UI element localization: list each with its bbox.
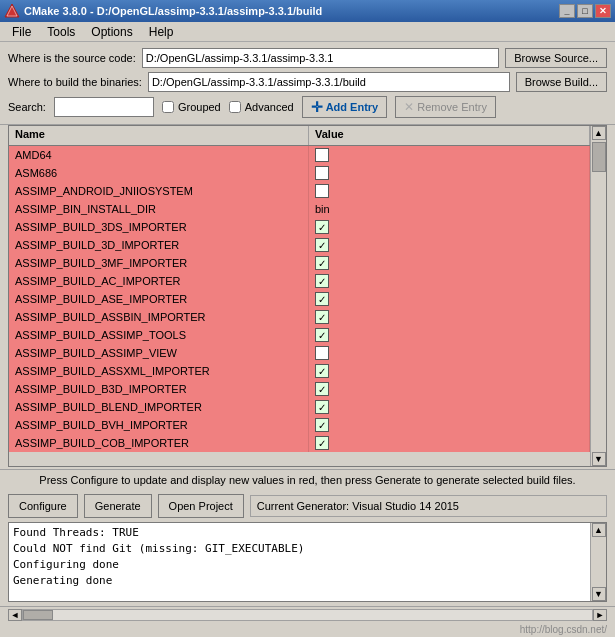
table-checkbox[interactable]: ✓ <box>315 328 329 342</box>
table-section: Name Value AMD64ASM686ASSIMP_ANDROID_JNI… <box>0 125 615 467</box>
table-with-scroll: Name Value AMD64ASM686ASSIMP_ANDROID_JNI… <box>8 125 607 467</box>
generate-button[interactable]: Generate <box>84 494 152 518</box>
table-cell-value: ✓ <box>309 398 590 416</box>
table-cell-name: ASSIMP_BUILD_ASSIMP_VIEW <box>9 344 309 362</box>
table-checkbox[interactable] <box>315 166 329 180</box>
table-cell-value: ✓ <box>309 218 590 236</box>
h-scrollbar-row: ◄ ► <box>0 606 615 622</box>
table-cell-name: ASSIMP_BUILD_ASSXML_IMPORTER <box>9 362 309 380</box>
scroll-up-btn[interactable]: ▲ <box>592 126 606 140</box>
grouped-checkbox[interactable] <box>162 101 174 113</box>
log-scroll-down[interactable]: ▼ <box>592 587 606 601</box>
table-checkbox[interactable]: ✓ <box>315 238 329 252</box>
advanced-group: Advanced <box>229 101 294 113</box>
browse-source-button[interactable]: Browse Source... <box>505 48 607 68</box>
h-scrollbar[interactable] <box>22 609 593 621</box>
table-checkbox[interactable]: ✓ <box>315 256 329 270</box>
advanced-label: Advanced <box>245 101 294 113</box>
table-checkbox[interactable]: ✓ <box>315 310 329 324</box>
log-line: Found Threads: TRUE <box>13 525 586 541</box>
remove-entry-button[interactable]: ✕ Remove Entry <box>395 96 496 118</box>
search-label: Search: <box>8 101 46 113</box>
table-row: ASSIMP_BUILD_ASSIMP_TOOLS✓ <box>9 326 590 344</box>
table-checkbox[interactable]: ✓ <box>315 364 329 378</box>
table-checkbox[interactable] <box>315 148 329 162</box>
scroll-right-btn[interactable]: ► <box>593 609 607 621</box>
status-area: Press Configure to update and display ne… <box>0 469 615 490</box>
close-button[interactable]: ✕ <box>595 4 611 18</box>
plus-icon: ✛ <box>311 99 323 115</box>
source-row: Where is the source code: Browse Source.… <box>8 48 607 68</box>
maximize-button[interactable]: □ <box>577 4 593 18</box>
log-container: Found Threads: TRUECould NOT find Git (m… <box>8 522 607 602</box>
table-cell-value: ✓ <box>309 290 590 308</box>
table-checkbox[interactable]: ✓ <box>315 418 329 432</box>
table-cell-value: bin <box>309 200 590 218</box>
table-cell-name: ASSIMP_BUILD_COB_IMPORTER <box>9 434 309 452</box>
h-scrollbar-thumb[interactable] <box>23 610 53 620</box>
log-scroll-up[interactable]: ▲ <box>592 523 606 537</box>
title-bar: CMake 3.8.0 - D:/OpenGL/assimp-3.3.1/ass… <box>0 0 615 22</box>
scroll-thumb[interactable] <box>592 142 606 172</box>
table-cell-name: ASSIMP_ANDROID_JNIIOSYSTEM <box>9 182 309 200</box>
watermark-text: http://blog.csdn.net/ <box>520 624 607 635</box>
log-line: Configuring done <box>13 557 586 573</box>
log-area[interactable]: Found Threads: TRUECould NOT find Git (m… <box>9 523 590 601</box>
menu-file[interactable]: File <box>4 23 39 41</box>
table-body: AMD64ASM686ASSIMP_ANDROID_JNIIOSYSTEMASS… <box>9 146 590 466</box>
table-cell-name: ASM686 <box>9 164 309 182</box>
column-header-value: Value <box>309 126 590 145</box>
grouped-label: Grouped <box>178 101 221 113</box>
menu-tools[interactable]: Tools <box>39 23 83 41</box>
table-checkbox[interactable]: ✓ <box>315 220 329 234</box>
table-row: ASSIMP_BUILD_3D_IMPORTER✓ <box>9 236 590 254</box>
table-header: Name Value <box>9 126 590 146</box>
main-content: Where is the source code: Browse Source.… <box>0 42 615 637</box>
table-checkbox[interactable]: ✓ <box>315 274 329 288</box>
table-checkbox[interactable]: ✓ <box>315 292 329 306</box>
table-cell-name: ASSIMP_BIN_INSTALL_DIR <box>9 200 309 218</box>
vertical-scrollbar[interactable]: ▲ ▼ <box>590 126 606 466</box>
table-cell-value <box>309 182 590 200</box>
menu-options[interactable]: Options <box>83 23 140 41</box>
generator-label: Current Generator: Visual Studio 14 2015 <box>250 495 607 517</box>
table-row: AMD64 <box>9 146 590 164</box>
table-row: ASSIMP_BUILD_AC_IMPORTER✓ <box>9 272 590 290</box>
add-entry-button[interactable]: ✛ Add Entry <box>302 96 388 118</box>
table-cell-name: ASSIMP_BUILD_ASSBIN_IMPORTER <box>9 308 309 326</box>
table-checkbox[interactable] <box>315 346 329 360</box>
table-checkbox[interactable]: ✓ <box>315 436 329 450</box>
table-cell-value: ✓ <box>309 254 590 272</box>
browse-build-button[interactable]: Browse Build... <box>516 72 607 92</box>
log-scrollbar[interactable]: ▲ ▼ <box>590 523 606 601</box>
watermark-area: http://blog.csdn.net/ <box>0 622 615 637</box>
table-cell-name: ASSIMP_BUILD_B3D_IMPORTER <box>9 380 309 398</box>
scroll-left-btn[interactable]: ◄ <box>8 609 22 621</box>
table-cell-name: ASSIMP_BUILD_3D_IMPORTER <box>9 236 309 254</box>
table-checkbox[interactable]: ✓ <box>315 382 329 396</box>
build-input[interactable] <box>148 72 510 92</box>
table-row: ASSIMP_BUILD_BVH_IMPORTER✓ <box>9 416 590 434</box>
table-row: ASSIMP_BUILD_ASE_IMPORTER✓ <box>9 290 590 308</box>
column-header-name: Name <box>9 126 309 145</box>
menu-help[interactable]: Help <box>141 23 182 41</box>
source-input[interactable] <box>142 48 499 68</box>
table-cell-value <box>309 164 590 182</box>
minimize-button[interactable]: _ <box>559 4 575 18</box>
table-cell-value: ✓ <box>309 326 590 344</box>
table-row: ASM686 <box>9 164 590 182</box>
table-row: ASSIMP_BUILD_COB_IMPORTER✓ <box>9 434 590 452</box>
table-row: ASSIMP_BUILD_BLEND_IMPORTER✓ <box>9 398 590 416</box>
status-text: Press Configure to update and display ne… <box>39 474 575 486</box>
table-checkbox[interactable]: ✓ <box>315 400 329 414</box>
search-input[interactable] <box>54 97 154 117</box>
scroll-down-btn[interactable]: ▼ <box>592 452 606 466</box>
search-row: Search: Grouped Advanced ✛ Add Entry ✕ R… <box>8 96 607 118</box>
table-cell-value: ✓ <box>309 380 590 398</box>
table-cell-value: ✓ <box>309 416 590 434</box>
advanced-checkbox[interactable] <box>229 101 241 113</box>
configure-button[interactable]: Configure <box>8 494 78 518</box>
table-checkbox[interactable] <box>315 184 329 198</box>
x-icon: ✕ <box>404 100 414 114</box>
open-project-button[interactable]: Open Project <box>158 494 244 518</box>
